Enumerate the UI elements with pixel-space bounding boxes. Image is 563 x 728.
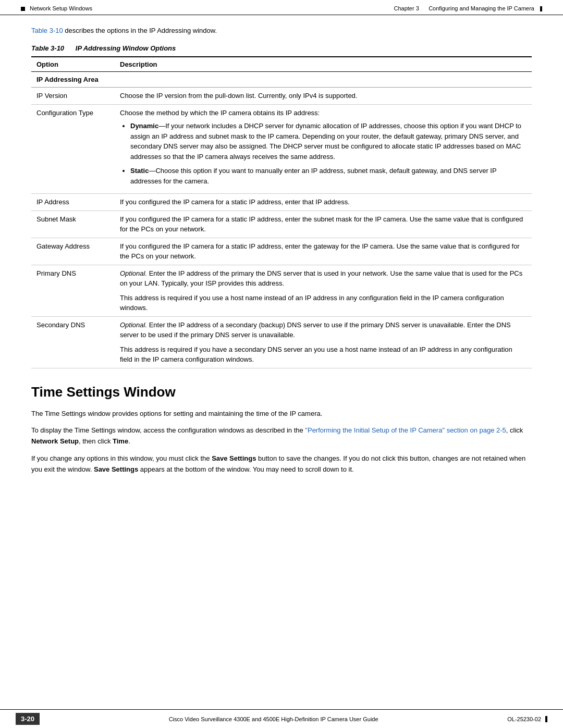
section-header-label: IP Addressing Area	[31, 71, 532, 88]
header-chapter: Chapter 3	[394, 5, 419, 11]
table-row: Subnet Mask If you configured the IP cam…	[31, 211, 532, 238]
footer-doc-number: OL-25230-02	[507, 716, 541, 722]
time-settings-para2: To display the Time Settings window, acc…	[31, 425, 532, 447]
table-row: IP Version Choose the IP version from th…	[31, 88, 532, 105]
table-link[interactable]: Table 3-10	[31, 27, 63, 34]
header-right: Chapter 3 Configuring and Managing the I…	[394, 5, 542, 11]
table-row: Primary DNS Optional. Enter the IP addre…	[31, 265, 532, 316]
option-ip-address: IP Address	[31, 194, 115, 211]
header-left: Network Setup Windows	[21, 5, 92, 11]
dynamic-label: Dynamic	[130, 122, 158, 130]
intro-text: describes the options in the IP Addressi…	[65, 27, 217, 34]
desc-secondary-dns: Optional. Enter the IP address of a seco…	[115, 316, 532, 368]
option-primary-dns: Primary DNS	[31, 265, 115, 316]
table-caption: Table 3-10 IP Addressing Window Options	[31, 44, 532, 52]
page-footer: 3-20 Cisco Video Surveillance 4300E and …	[0, 709, 563, 728]
th-option: Option	[31, 57, 115, 72]
para2-middle: , then click	[79, 437, 113, 445]
secondary-dns-para2: This address is required if you have a s…	[120, 344, 527, 365]
header-square-icon	[21, 7, 25, 11]
desc-subnet-mask: If you configured the IP camera for a st…	[115, 211, 532, 238]
para2-bold1: Network Setup	[31, 437, 79, 445]
main-content: Table 3-10 describes the options in the …	[0, 15, 563, 491]
list-item-static: Static—Choose this option if you want to…	[130, 166, 527, 186]
static-label: Static	[130, 167, 149, 175]
para3-3: appears at the bottom of the window. You…	[138, 465, 353, 473]
options-table: Option Description IP Addressing Area IP…	[31, 56, 532, 368]
table-row: IP Address If you configured the IP came…	[31, 194, 532, 211]
page-container: Network Setup Windows Chapter 3 Configur…	[0, 0, 563, 728]
option-subnet-mask: Subnet Mask	[31, 211, 115, 238]
para2-link[interactable]: "Performing the Initial Setup of the IP …	[305, 426, 506, 434]
para3-bold2: Save Settings	[94, 465, 138, 473]
table-title: IP Addressing Window Options	[76, 44, 176, 52]
para2-suffix: , click	[506, 426, 523, 434]
option-config-type: Configuration Type	[31, 104, 115, 194]
primary-dns-para1: Optional. Enter the IP address of the pr…	[120, 268, 527, 289]
option-gateway: Gateway Address	[31, 238, 115, 265]
para2-end: .	[128, 437, 130, 445]
table-row: Configuration Type Choose the method by …	[31, 104, 532, 194]
desc-config-type: Choose the method by which the IP camera…	[115, 104, 532, 194]
list-item-dynamic: Dynamic—If your network includes a DHCP …	[130, 121, 527, 162]
th-description: Description	[115, 57, 532, 72]
header-chapter-title: Configuring and Managing the IP Camera	[429, 5, 534, 11]
config-type-list: Dynamic—If your network includes a DHCP …	[120, 121, 527, 186]
table-row: Secondary DNS Optional. Enter the IP add…	[31, 316, 532, 368]
footer-page-number: 3-20	[16, 713, 40, 725]
time-settings-para3: If you change any options in this window…	[31, 453, 532, 475]
desc-primary-dns: Optional. Enter the IP address of the pr…	[115, 265, 532, 316]
time-settings-para1: The Time Settings window provides option…	[31, 409, 532, 419]
table-row: Gateway Address If you configured the IP…	[31, 238, 532, 265]
config-type-intro: Choose the method by which the IP camera…	[120, 109, 320, 117]
desc-gateway: If you configured the IP camera for a st…	[115, 238, 532, 265]
option-ip-version: IP Version	[31, 88, 115, 105]
header-section-label: Network Setup Windows	[30, 5, 92, 11]
option-secondary-dns: Secondary DNS	[31, 316, 115, 368]
intro-paragraph: Table 3-10 describes the options in the …	[31, 26, 532, 36]
section-header-row: IP Addressing Area	[31, 71, 532, 88]
para2-prefix: To display the Time Settings window, acc…	[31, 426, 305, 434]
secondary-dns-para1: Optional. Enter the IP address of a seco…	[120, 320, 527, 340]
time-settings-heading: Time Settings Window	[31, 384, 532, 400]
header-separator-icon	[540, 6, 542, 11]
page-header: Network Setup Windows Chapter 3 Configur…	[0, 0, 563, 15]
para3-bold1: Save Settings	[212, 454, 256, 462]
desc-ip-address: If you configured the IP camera for a st…	[115, 194, 532, 211]
para2-bold2: Time	[113, 437, 128, 445]
footer-center-text: Cisco Video Surveillance 4300E and 4500E…	[40, 716, 507, 722]
table-number: Table 3-10	[31, 44, 64, 52]
footer-bar-icon	[545, 716, 547, 722]
para3-1: If you change any options in this window…	[31, 454, 212, 462]
secondary-dns-optional: Optional.	[120, 321, 147, 329]
primary-dns-optional: Optional.	[120, 269, 147, 277]
desc-ip-version: Choose the IP version from the pull-down…	[115, 88, 532, 105]
primary-dns-para2: This address is required if you use a ho…	[120, 293, 527, 313]
footer-right: OL-25230-02	[507, 716, 547, 722]
